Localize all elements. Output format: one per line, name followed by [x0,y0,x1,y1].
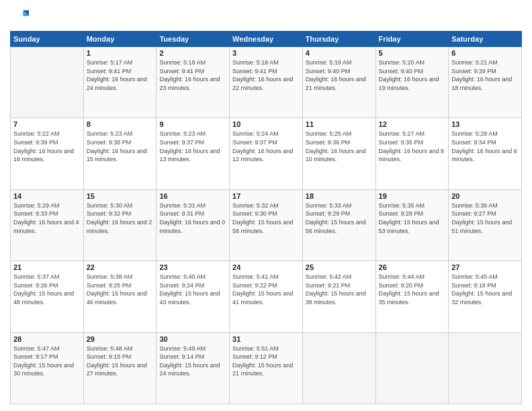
day-number: 8 [87,120,154,128]
day-number: 10 [232,120,300,128]
day-info: Sunrise: 5:20 AMSunset: 9:40 PMDaylight:… [379,58,446,92]
calendar-row: 28Sunrise: 5:47 AMSunset: 9:17 PMDayligh… [11,332,522,404]
calendar-cell [375,332,449,404]
calendar-row: 14Sunrise: 5:29 AMSunset: 9:33 PMDayligh… [11,189,522,261]
header [10,7,522,26]
calendar-cell: 8Sunrise: 5:23 AMSunset: 9:38 PMDaylight… [83,118,157,189]
header-day: Monday [83,32,157,47]
day-number: 30 [159,335,226,343]
calendar-cell: 1Sunrise: 5:17 AMSunset: 9:41 PMDaylight… [83,47,157,118]
header-day: Thursday [302,32,375,47]
header-row: SundayMondayTuesdayWednesdayThursdayFrid… [11,32,522,47]
calendar-cell: 16Sunrise: 5:31 AMSunset: 9:31 PMDayligh… [157,189,230,261]
calendar-cell: 14Sunrise: 5:29 AMSunset: 9:33 PMDayligh… [11,189,84,261]
day-info: Sunrise: 5:44 AMSunset: 9:20 PMDaylight:… [379,273,446,306]
day-number: 5 [379,49,446,57]
day-number: 2 [159,49,226,57]
day-info: Sunrise: 5:42 AMSunset: 9:21 PMDaylight:… [306,273,373,306]
calendar-row: 7Sunrise: 5:22 AMSunset: 9:39 PMDaylight… [11,118,522,189]
logo [10,7,32,26]
day-info: Sunrise: 5:45 AMSunset: 9:18 PMDaylight:… [451,273,519,306]
day-info: Sunrise: 5:19 AMSunset: 9:40 PMDaylight:… [306,58,373,92]
calendar-cell: 11Sunrise: 5:25 AMSunset: 9:36 PMDayligh… [302,118,375,189]
calendar-cell: 30Sunrise: 5:49 AMSunset: 9:14 PMDayligh… [157,332,230,404]
calendar-cell: 15Sunrise: 5:30 AMSunset: 9:32 PMDayligh… [83,189,157,261]
calendar-cell: 31Sunrise: 5:51 AMSunset: 9:12 PMDayligh… [230,332,303,404]
day-info: Sunrise: 5:49 AMSunset: 9:14 PMDaylight:… [159,345,226,378]
day-info: Sunrise: 5:28 AMSunset: 9:34 PMDaylight:… [451,130,519,163]
day-number: 21 [13,263,81,271]
day-info: Sunrise: 5:36 AMSunset: 9:27 PMDaylight:… [451,201,519,235]
day-info: Sunrise: 5:35 AMSunset: 9:28 PMDaylight:… [379,201,446,235]
day-info: Sunrise: 5:41 AMSunset: 9:22 PMDaylight:… [232,273,300,306]
calendar-cell: 27Sunrise: 5:45 AMSunset: 9:18 PMDayligh… [449,261,522,332]
header-day: Sunday [11,32,84,47]
day-info: Sunrise: 5:18 AMSunset: 9:41 PMDaylight:… [232,58,300,92]
calendar-cell: 4Sunrise: 5:19 AMSunset: 9:40 PMDaylight… [302,47,375,118]
calendar-cell: 6Sunrise: 5:21 AMSunset: 9:39 PMDaylight… [449,47,522,118]
day-info: Sunrise: 5:30 AMSunset: 9:32 PMDaylight:… [87,201,154,235]
day-info: Sunrise: 5:17 AMSunset: 9:41 PMDaylight:… [87,58,154,92]
day-number: 22 [87,263,154,271]
day-number: 9 [159,120,226,128]
calendar-cell: 26Sunrise: 5:44 AMSunset: 9:20 PMDayligh… [375,261,449,332]
day-number: 15 [87,192,154,200]
calendar-cell: 7Sunrise: 5:22 AMSunset: 9:39 PMDaylight… [11,118,84,189]
calendar-cell: 19Sunrise: 5:35 AMSunset: 9:28 PMDayligh… [375,189,449,261]
calendar-cell: 13Sunrise: 5:28 AMSunset: 9:34 PMDayligh… [449,118,522,189]
day-number: 25 [306,263,373,271]
calendar-cell [302,332,375,404]
day-info: Sunrise: 5:31 AMSunset: 9:31 PMDaylight:… [159,201,226,235]
day-info: Sunrise: 5:25 AMSunset: 9:36 PMDaylight:… [306,130,373,163]
calendar-cell: 2Sunrise: 5:18 AMSunset: 9:41 PMDaylight… [157,47,230,118]
day-info: Sunrise: 5:27 AMSunset: 9:35 PMDaylight:… [379,130,446,163]
day-number: 31 [232,335,300,343]
calendar-cell: 24Sunrise: 5:41 AMSunset: 9:22 PMDayligh… [230,261,303,332]
calendar-cell: 23Sunrise: 5:40 AMSunset: 9:24 PMDayligh… [157,261,230,332]
day-number: 16 [159,192,226,200]
calendar-cell: 10Sunrise: 5:24 AMSunset: 9:37 PMDayligh… [230,118,303,189]
day-number: 17 [232,192,300,200]
day-number: 19 [379,192,446,200]
day-number: 11 [306,120,373,128]
header-day: Friday [375,32,449,47]
calendar-cell: 12Sunrise: 5:27 AMSunset: 9:35 PMDayligh… [375,118,449,189]
calendar-cell: 18Sunrise: 5:33 AMSunset: 9:29 PMDayligh… [302,189,375,261]
day-info: Sunrise: 5:24 AMSunset: 9:37 PMDaylight:… [232,130,300,163]
calendar-table: SundayMondayTuesdayWednesdayThursdayFrid… [10,31,522,404]
day-number: 29 [87,335,154,343]
day-info: Sunrise: 5:38 AMSunset: 9:25 PMDaylight:… [87,273,154,306]
day-info: Sunrise: 5:23 AMSunset: 9:37 PMDaylight:… [159,130,226,163]
day-info: Sunrise: 5:37 AMSunset: 9:26 PMDaylight:… [13,273,81,306]
header-day: Tuesday [157,32,230,47]
day-number: 14 [13,192,81,200]
calendar-cell: 5Sunrise: 5:20 AMSunset: 9:40 PMDaylight… [375,47,449,118]
calendar-cell: 21Sunrise: 5:37 AMSunset: 9:26 PMDayligh… [11,261,84,332]
day-info: Sunrise: 5:32 AMSunset: 9:30 PMDaylight:… [232,201,300,235]
day-info: Sunrise: 5:40 AMSunset: 9:24 PMDaylight:… [159,273,226,306]
calendar-cell: 17Sunrise: 5:32 AMSunset: 9:30 PMDayligh… [230,189,303,261]
logo-icon [10,7,29,26]
day-info: Sunrise: 5:18 AMSunset: 9:41 PMDaylight:… [159,58,226,92]
day-number: 28 [13,335,81,343]
calendar-cell [11,47,84,118]
day-info: Sunrise: 5:23 AMSunset: 9:38 PMDaylight:… [87,130,154,163]
calendar-cell: 29Sunrise: 5:48 AMSunset: 9:15 PMDayligh… [83,332,157,404]
calendar-cell: 3Sunrise: 5:18 AMSunset: 9:41 PMDaylight… [230,47,303,118]
day-number: 24 [232,263,300,271]
day-number: 20 [451,192,519,200]
day-number: 1 [87,49,154,57]
calendar-cell: 28Sunrise: 5:47 AMSunset: 9:17 PMDayligh… [11,332,84,404]
day-number: 3 [232,49,300,57]
calendar-row: 1Sunrise: 5:17 AMSunset: 9:41 PMDaylight… [11,47,522,118]
day-info: Sunrise: 5:47 AMSunset: 9:17 PMDaylight:… [13,345,81,378]
day-info: Sunrise: 5:22 AMSunset: 9:39 PMDaylight:… [13,130,81,163]
calendar-cell: 9Sunrise: 5:23 AMSunset: 9:37 PMDaylight… [157,118,230,189]
calendar-cell: 20Sunrise: 5:36 AMSunset: 9:27 PMDayligh… [449,189,522,261]
day-info: Sunrise: 5:29 AMSunset: 9:33 PMDaylight:… [13,201,81,235]
day-number: 23 [159,263,226,271]
day-number: 18 [306,192,373,200]
page: SundayMondayTuesdayWednesdayThursdayFrid… [0,0,532,411]
header-day: Wednesday [230,32,303,47]
day-number: 27 [451,263,519,271]
